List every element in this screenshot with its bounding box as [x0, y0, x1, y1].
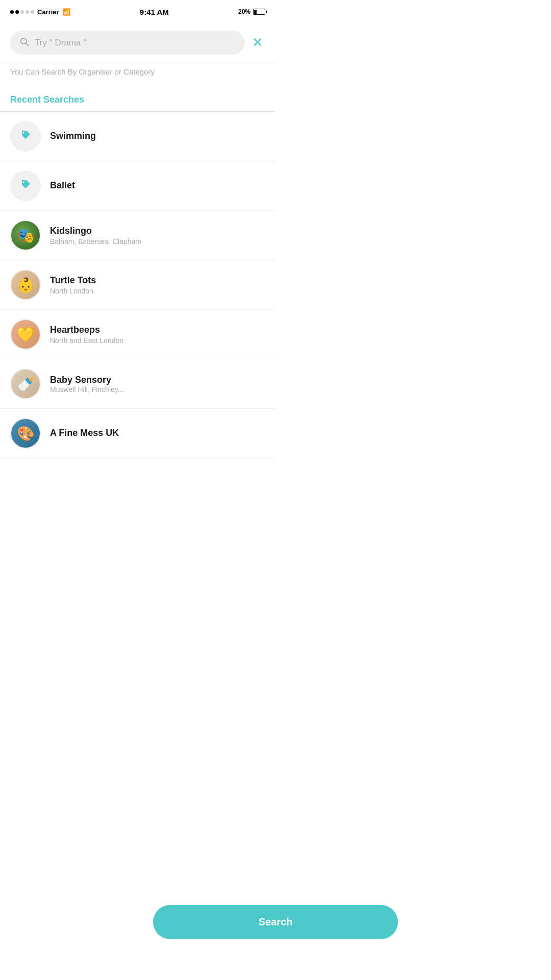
close-button[interactable]: ✕: [250, 33, 265, 53]
kidslingo-avatar-img: 🎭: [17, 227, 35, 244]
avatar-kidslingo: 🎭: [10, 220, 41, 251]
status-right: 20%: [238, 8, 265, 15]
list-item-kidslingo[interactable]: 🎭 Kidslingo Balham, Battersea, Clapham: [0, 211, 276, 260]
item-subtitle-babysensory: Muswell Hill, Finchley...: [50, 385, 265, 394]
battery-icon: [253, 9, 265, 15]
item-title-ballet: Ballet: [50, 180, 265, 191]
heartbeeps-avatar-img: 💛: [17, 326, 35, 343]
search-icon: [19, 37, 30, 48]
signal-dot-4: [26, 10, 29, 14]
recent-searches-heading: Recent Searches: [0, 84, 276, 111]
signal-dot-2: [15, 10, 19, 14]
signal-dot-5: [31, 10, 34, 14]
list-item-babysensory[interactable]: 🍼 Baby Sensory Muswell Hill, Finchley...: [0, 359, 276, 409]
avatar-swimming: [10, 121, 41, 152]
list-item-turtletots[interactable]: 👶 Turtle Tots North London: [0, 260, 276, 310]
tag-icon-swimming: [18, 128, 33, 145]
item-text-babysensory: Baby Sensory Muswell Hill, Finchley...: [50, 375, 265, 394]
item-subtitle-turtletots: North London: [50, 287, 265, 295]
avatar-babysensory: 🍼: [10, 369, 41, 399]
search-input-wrapper[interactable]: Try " Drama ": [10, 31, 245, 55]
tag-icon-ballet: [18, 177, 33, 194]
avatar-afinesuk: 🎨: [10, 418, 41, 449]
avatar-ballet: [10, 170, 41, 201]
search-placeholder[interactable]: Try " Drama ": [35, 38, 86, 48]
item-title-kidslingo: Kidslingo: [50, 226, 265, 236]
item-text-swimming: Swimming: [50, 131, 265, 142]
list-item-heartbeeps[interactable]: 💛 Heartbeeps North and East London: [0, 310, 276, 359]
item-text-heartbeeps: Heartbeeps North and East London: [50, 325, 265, 345]
item-title-afinesuk: A Fine Mess UK: [50, 428, 265, 438]
svg-line-1: [26, 43, 29, 46]
list-item-swimming[interactable]: Swimming: [0, 112, 276, 161]
signal-dots: [10, 10, 34, 14]
item-subtitle-kidslingo: Balham, Battersea, Clapham: [50, 237, 265, 246]
avatar-turtletots: 👶: [10, 270, 41, 300]
list-item-afinesuk[interactable]: 🎨 A Fine Mess UK: [0, 409, 276, 458]
item-title-heartbeeps: Heartbeeps: [50, 325, 265, 335]
item-subtitle-heartbeeps: North and East London: [50, 336, 265, 345]
item-text-kidslingo: Kidslingo Balham, Battersea, Clapham: [50, 226, 265, 246]
svg-point-2: [23, 132, 24, 134]
item-text-turtletots: Turtle Tots North London: [50, 275, 265, 295]
carrier-label: Carrier: [37, 8, 59, 16]
search-hint: You Can Search By Organiser or Category: [0, 63, 276, 84]
item-text-afinesuk: A Fine Mess UK: [50, 428, 265, 439]
signal-dot-1: [10, 10, 14, 14]
turtletots-avatar-img: 👶: [17, 277, 35, 293]
status-bar: Carrier 📶 9:41 AM 20%: [0, 0, 276, 22]
item-title-turtletots: Turtle Tots: [50, 275, 265, 286]
search-bar-container: Try " Drama " ✕: [0, 22, 276, 63]
item-text-ballet: Ballet: [50, 180, 265, 192]
avatar-heartbeeps: 💛: [10, 319, 41, 350]
battery-percent: 20%: [238, 8, 251, 15]
status-left: Carrier 📶: [10, 8, 70, 16]
item-title-babysensory: Baby Sensory: [50, 375, 265, 385]
wifi-icon: 📶: [62, 8, 70, 16]
signal-dot-3: [20, 10, 24, 14]
afinesuk-avatar-img: 🎨: [17, 425, 35, 442]
item-title-swimming: Swimming: [50, 131, 265, 141]
list-item-ballet[interactable]: Ballet: [0, 161, 276, 211]
svg-point-3: [23, 182, 24, 183]
status-time: 9:41 AM: [140, 8, 169, 16]
babysensory-avatar-img: 🍼: [17, 376, 35, 393]
